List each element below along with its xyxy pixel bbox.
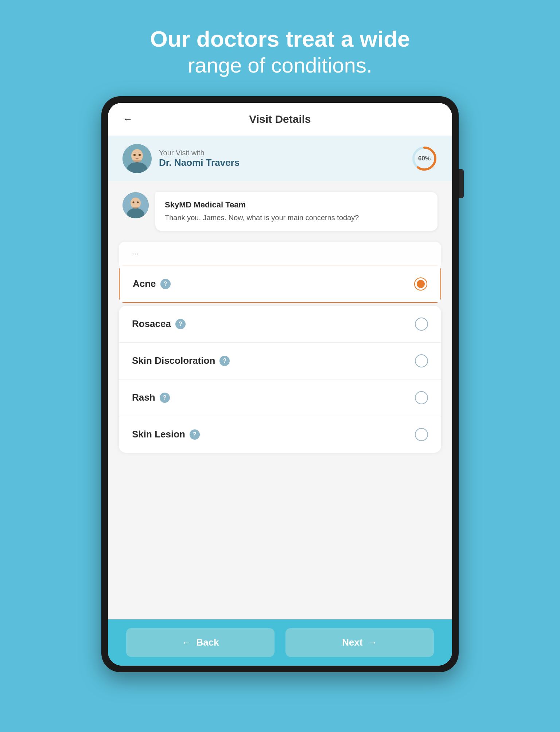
back-arrow-icon: ←	[182, 637, 191, 648]
svg-point-3	[133, 154, 136, 156]
option-acne-label: Acne ?	[133, 278, 414, 289]
option-rosacea-label: Rosacea ?	[132, 318, 415, 330]
visit-with-label: Your Visit with	[159, 149, 411, 157]
bottom-bar: ← Back Next →	[108, 619, 452, 666]
svg-point-11	[137, 201, 139, 203]
back-button-label: Back	[196, 637, 219, 648]
option-acne-selected[interactable]: Acne ?	[119, 265, 441, 303]
skin-lesion-help-icon[interactable]: ?	[190, 429, 200, 440]
visit-bar: Your Visit with Dr. Naomi Travers 60%	[108, 136, 452, 181]
option-item-rash[interactable]: Rash ?	[119, 379, 441, 416]
option-item-skin-discoloration[interactable]: Skin Discoloration ?	[119, 343, 441, 379]
option-item-rosacea[interactable]: Rosacea ?	[119, 306, 441, 343]
options-list: Rosacea ? Skin Discoloration ? Rash	[119, 306, 441, 453]
option-skin-discoloration-label: Skin Discoloration ?	[132, 355, 415, 366]
option-rash-label: Rash ?	[132, 392, 415, 403]
acne-radio-inner	[417, 280, 425, 288]
svg-point-10	[133, 201, 135, 203]
chat-area: SkyMD Medical Team Thank you, James. Now…	[108, 181, 452, 238]
screen-header: ← Visit Details	[108, 103, 452, 136]
option-skin-lesion-label: Skin Lesion ?	[132, 429, 415, 440]
next-button[interactable]: Next →	[285, 628, 434, 657]
partial-hint: ···	[119, 242, 441, 266]
rash-help-icon[interactable]: ?	[160, 393, 170, 403]
rosacea-help-icon[interactable]: ?	[175, 319, 186, 329]
rosacea-radio[interactable]	[415, 318, 428, 331]
headline-line1: Our doctors treat a wide	[150, 26, 410, 52]
headline-line2: range of conditions.	[150, 52, 410, 78]
svg-point-4	[139, 154, 141, 156]
back-button[interactable]: ← Back	[126, 628, 275, 657]
option-item-acne[interactable]: Acne ?	[120, 266, 440, 302]
visit-info: Your Visit with Dr. Naomi Travers	[159, 149, 411, 168]
acne-radio[interactable]	[414, 277, 427, 291]
progress-circle: 60%	[411, 145, 438, 172]
svg-point-1	[131, 149, 143, 162]
tablet-device: ← Visit Details Yo	[101, 96, 459, 672]
next-button-label: Next	[342, 637, 362, 648]
tablet-screen: ← Visit Details Yo	[108, 103, 452, 666]
chat-message: SkyMD Medical Team Thank you, James. Now…	[122, 192, 438, 231]
doctor-name: Dr. Naomi Travers	[159, 157, 411, 168]
chat-sender: SkyMD Medical Team	[165, 200, 428, 210]
doctor-avatar	[122, 144, 152, 173]
next-arrow-icon: →	[368, 637, 377, 648]
screen-title: Visit Details	[249, 113, 311, 125]
back-arrow-button[interactable]: ←	[122, 113, 133, 125]
doctor-avatar-image	[122, 144, 152, 173]
chat-avatar	[122, 192, 149, 218]
progress-label: 60%	[418, 155, 431, 162]
skin-discoloration-help-icon[interactable]: ?	[219, 356, 230, 366]
skin-lesion-radio[interactable]	[415, 428, 428, 441]
option-item-skin-lesion[interactable]: Skin Lesion ?	[119, 416, 441, 453]
chat-text: Thank you, James. Now, what is your main…	[165, 213, 428, 223]
acne-help-icon[interactable]: ?	[160, 279, 171, 289]
rash-radio[interactable]	[415, 391, 428, 404]
skin-discoloration-radio[interactable]	[415, 354, 428, 367]
page-header: Our doctors treat a wide range of condit…	[150, 0, 410, 96]
chat-bubble: SkyMD Medical Team Thank you, James. Now…	[155, 192, 438, 231]
options-scroll-area: ··· Acne ? Rosacea	[108, 238, 452, 619]
